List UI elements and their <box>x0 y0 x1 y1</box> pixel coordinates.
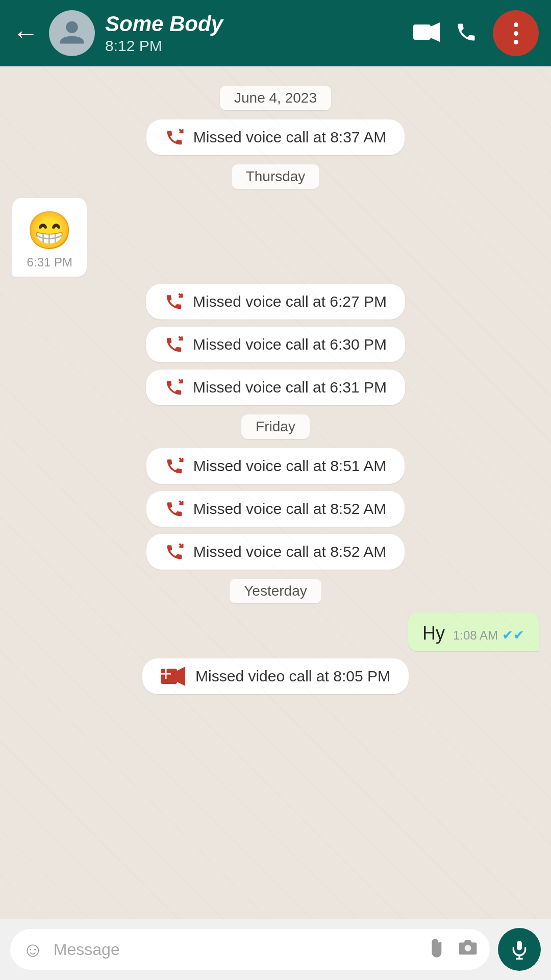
svg-point-0 <box>66 21 78 33</box>
missed-call-text: Missed voice call at 8:52 AM <box>193 543 387 560</box>
missed-call-852-1[interactable]: Missed voice call at 8:52 AM <box>12 491 539 527</box>
message-placeholder: Message <box>54 940 418 959</box>
missed-call-june4-837[interactable]: Missed voice call at 8:37 AM <box>12 119 539 155</box>
received-message-emoji: 😁 6:31 PM <box>12 198 539 277</box>
double-tick-icon: ✔✔ <box>502 627 524 643</box>
avatar[interactable] <box>49 10 95 56</box>
date-label-yesterday: Yesterday <box>230 579 321 603</box>
missed-call-icon <box>165 542 184 561</box>
emoji-button[interactable]: ☺ <box>22 938 43 961</box>
missed-call-627[interactable]: Missed voice call at 6:27 PM <box>12 284 539 320</box>
missed-call-bubble-inner: Missed voice call at 6:31 PM <box>146 370 405 405</box>
missed-call-icon <box>164 335 184 354</box>
mic-icon <box>509 939 530 960</box>
menu-button[interactable] <box>493 10 539 56</box>
missed-call-851[interactable]: Missed voice call at 8:51 AM <box>12 448 539 484</box>
missed-video-call-icon <box>161 667 186 686</box>
three-dots-icon <box>514 22 518 44</box>
missed-call-bubble-inner: Missed voice call at 8:52 AM <box>146 534 405 570</box>
svg-point-14 <box>465 945 471 951</box>
missed-call-text: Missed voice call at 6:31 PM <box>193 379 387 396</box>
missed-call-icon <box>165 499 184 519</box>
missed-call-icon <box>164 292 184 311</box>
missed-call-text: Missed voice call at 8:52 AM <box>193 500 387 518</box>
missed-call-bubble-inner: Missed voice call at 8:37 AM <box>146 119 405 155</box>
date-separator-june4: June 4, 2023 <box>12 86 539 110</box>
chat-header: ← Some Body 8:12 PM <box>0 0 551 66</box>
sent-text: Hy <box>422 623 445 644</box>
svg-marker-11 <box>177 667 185 686</box>
missed-call-bubble-inner: Missed voice call at 6:27 PM <box>146 284 405 320</box>
missed-call-icon <box>164 378 184 397</box>
missed-call-text: Missed voice call at 8:51 AM <box>193 457 387 475</box>
emoji-content: 😁 <box>27 208 72 252</box>
missed-call-text: Missed voice call at 6:27 PM <box>193 293 387 310</box>
missed-call-text: Missed voice call at 8:37 AM <box>193 129 387 146</box>
svg-rect-10 <box>161 669 177 684</box>
missed-call-icon <box>165 128 184 147</box>
missed-call-bubble-inner: Missed voice call at 8:52 AM <box>146 491 405 527</box>
missed-video-call-805[interactable]: Missed video call at 8:05 PM <box>12 658 539 694</box>
svg-rect-1 <box>413 24 431 40</box>
sent-time: 1:08 AM <box>453 628 498 643</box>
date-label-june4: June 4, 2023 <box>220 86 331 110</box>
chat-body: June 4, 2023 Missed voice call at 8:37 A… <box>0 66 551 919</box>
contact-name: Some Body <box>105 12 403 36</box>
date-separator-friday: Friday <box>12 414 539 439</box>
svg-marker-2 <box>431 22 440 42</box>
mic-button[interactable] <box>498 928 541 971</box>
sent-bubble[interactable]: Hy 1:08 AM ✔✔ <box>408 612 539 651</box>
camera-button[interactable] <box>458 938 478 962</box>
svg-rect-15 <box>517 941 522 950</box>
date-label-thursday: Thursday <box>232 164 320 189</box>
missed-call-631[interactable]: Missed voice call at 6:31 PM <box>12 370 539 405</box>
missed-call-bubble-inner: Missed voice call at 8:51 AM <box>146 448 405 484</box>
voice-call-button[interactable] <box>455 21 478 45</box>
contact-status: 8:12 PM <box>105 37 403 55</box>
missed-call-852-2[interactable]: Missed voice call at 8:52 AM <box>12 534 539 570</box>
date-label-friday: Friday <box>241 414 310 439</box>
attach-button[interactable] <box>423 934 454 965</box>
missed-call-bubble-inner: Missed voice call at 6:30 PM <box>146 327 405 362</box>
message-input-wrap[interactable]: ☺ Message <box>10 929 490 970</box>
video-call-button[interactable] <box>413 21 440 45</box>
received-bubble[interactable]: 😁 6:31 PM <box>12 198 87 277</box>
missed-call-text: Missed voice call at 6:30 PM <box>193 336 387 353</box>
missed-call-630[interactable]: Missed voice call at 6:30 PM <box>12 327 539 362</box>
input-bar: ☺ Message <box>0 919 551 980</box>
contact-info[interactable]: Some Body 8:12 PM <box>105 12 403 55</box>
back-button[interactable]: ← <box>12 20 39 46</box>
date-separator-thursday: Thursday <box>12 164 539 189</box>
missed-video-call-inner: Missed video call at 8:05 PM <box>142 658 409 694</box>
message-time: 6:31 PM <box>27 255 72 270</box>
missed-video-call-text: Missed video call at 8:05 PM <box>195 668 390 685</box>
missed-call-icon <box>165 456 184 476</box>
sent-message-hy: Hy 1:08 AM ✔✔ <box>12 612 539 651</box>
date-separator-yesterday: Yesterday <box>12 579 539 603</box>
sent-meta: 1:08 AM ✔✔ <box>453 627 524 643</box>
header-actions <box>413 10 539 56</box>
